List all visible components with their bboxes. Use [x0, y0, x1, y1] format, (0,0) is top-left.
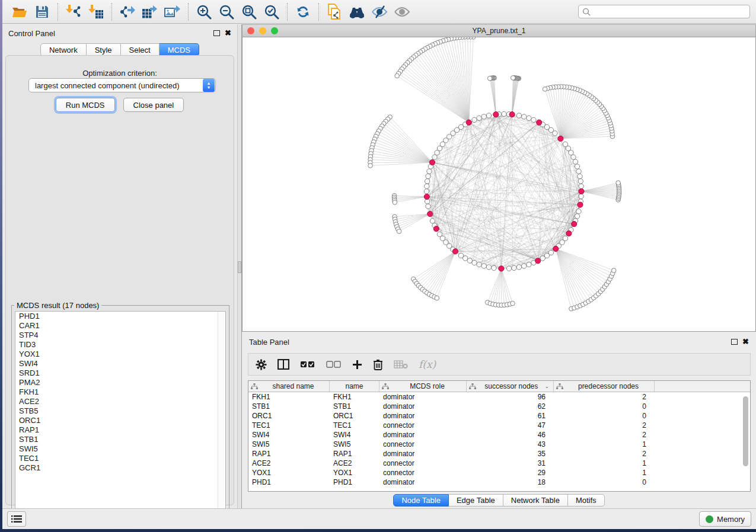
table-row[interactable]: FKH1FKH1dominator962: [248, 392, 750, 402]
run-mcds-button[interactable]: Run MCDS: [56, 98, 115, 112]
close-panel-button[interactable]: Close panel: [123, 98, 184, 112]
column-header-name[interactable]: name: [330, 381, 379, 392]
mcds-list-scrollbar[interactable]: [218, 312, 225, 519]
hide-details-icon[interactable]: [371, 3, 388, 21]
show-column-panel-icon[interactable]: [277, 359, 289, 370]
mcds-result-item[interactable]: PMA2: [15, 378, 225, 387]
cell-successor-nodes: 31: [467, 459, 554, 468]
node-table[interactable]: shared namenameMCDS rolesuccessor nodes⌄…: [248, 380, 751, 492]
table-row[interactable]: RAP1RAP1dominator352: [248, 449, 750, 459]
tab-edge-table[interactable]: Edge Table: [449, 494, 503, 507]
show-details-icon[interactable]: [393, 3, 411, 21]
mcds-result-item[interactable]: ACE2: [15, 397, 225, 406]
close-panel-icon[interactable]: ✖: [742, 339, 749, 345]
column-header-successor-nodes[interactable]: successor nodes⌄: [467, 381, 554, 392]
mcds-result-item[interactable]: CAR1: [15, 321, 225, 331]
select-all-columns-icon[interactable]: [300, 361, 315, 368]
mcds-result-item[interactable]: PHD1: [15, 312, 225, 321]
cell-name: RAP1: [330, 449, 379, 459]
mcds-result-item[interactable]: SWI5: [15, 444, 225, 454]
column-header-shared-name[interactable]: shared name: [248, 381, 330, 392]
cell-MCDS-role: dominator: [379, 411, 467, 421]
criterion-dropdown[interactable]: largest connected component (undirected)…: [28, 78, 216, 92]
mcds-result-item[interactable]: STB5: [15, 406, 225, 416]
search-input[interactable]: [591, 8, 746, 16]
float-panel-icon[interactable]: [213, 30, 220, 36]
table-settings-gear-icon[interactable]: [256, 359, 267, 370]
mcds-result-item[interactable]: TEC1: [15, 454, 225, 463]
column-header-MCDS-role[interactable]: MCDS role: [379, 381, 467, 392]
cell-name: FKH1: [330, 392, 379, 402]
column-header-predecessor-nodes[interactable]: predecessor nodes: [554, 381, 655, 392]
memory-button[interactable]: Memory: [699, 511, 751, 527]
toolbar-separator: [318, 3, 319, 21]
tab-mcds[interactable]: MCDS: [160, 43, 199, 56]
delete-table-icon: [394, 360, 408, 369]
export-network-icon[interactable]: [119, 3, 136, 21]
network-view-window: YPA_prune.txt_1: [242, 24, 756, 332]
zoom-out-icon[interactable]: [218, 3, 235, 21]
mcds-result-item[interactable]: RAP1: [15, 425, 225, 435]
table-header-row: shared namenameMCDS rolesuccessor nodes⌄…: [248, 381, 750, 392]
task-history-button[interactable]: [7, 511, 26, 527]
table-row[interactable]: PHD1PHD1dominator180: [248, 477, 750, 487]
save-session-icon[interactable]: [33, 3, 51, 21]
tab-network[interactable]: Network: [40, 43, 87, 56]
zoom-fit-icon[interactable]: [240, 3, 258, 21]
cell-successor-nodes: 96: [467, 392, 554, 402]
search-box[interactable]: [578, 5, 750, 18]
mcds-result-item[interactable]: TID3: [15, 340, 225, 350]
mcds-result-item[interactable]: FKH1: [15, 387, 225, 397]
mcds-result-item[interactable]: SRD1: [15, 368, 225, 378]
export-table-icon[interactable]: [141, 3, 159, 21]
panel-splitter[interactable]: [237, 24, 242, 508]
cell-name: PHD1: [330, 477, 379, 487]
import-network-icon[interactable]: [65, 3, 82, 21]
splitter-handle[interactable]: [238, 261, 241, 273]
refresh-icon[interactable]: [294, 3, 312, 21]
close-panel-icon[interactable]: ✖: [225, 30, 231, 36]
open-file-icon[interactable]: [11, 3, 28, 21]
float-panel-icon[interactable]: [731, 339, 738, 345]
export-image-icon[interactable]: [164, 3, 181, 21]
search-network-icon[interactable]: [348, 3, 366, 21]
tab-node-table[interactable]: Node Table: [393, 494, 449, 507]
table-row[interactable]: YOX1YOX1connector291: [248, 468, 750, 477]
toolbar-separator: [188, 3, 189, 21]
mcds-result-item[interactable]: SWI4: [15, 359, 225, 368]
zoom-selected-icon[interactable]: [263, 3, 280, 21]
mcds-result-item[interactable]: STP4: [15, 331, 225, 340]
table-row[interactable]: TEC1TEC1connector472: [248, 421, 750, 430]
cell-successor-nodes: 62: [467, 402, 554, 411]
zoom-in-icon[interactable]: [195, 3, 213, 21]
optimization-criterion-label: Optimization criterion:: [6, 69, 234, 78]
create-column-icon[interactable]: [352, 360, 362, 370]
network-window-titlebar[interactable]: YPA_prune.txt_1: [242, 24, 756, 37]
cell-predecessor-nodes: 1: [554, 468, 655, 477]
unselect-all-columns-icon[interactable]: [326, 361, 342, 368]
table-scrollbar-thumb[interactable]: [743, 396, 748, 466]
tab-network-table[interactable]: Network Table: [503, 494, 568, 507]
network-canvas[interactable]: [242, 37, 756, 332]
cell-MCDS-role: connector: [379, 421, 467, 430]
clone-network-icon[interactable]: [326, 3, 343, 21]
mcds-result-list[interactable]: PHD1CAR1STP4TID3YOX1SWI4SRD1PMA2FKH1ACE2…: [15, 311, 226, 520]
cell-successor-nodes: 43: [467, 440, 554, 449]
delete-column-icon[interactable]: [373, 359, 383, 370]
table-row[interactable]: ORC1ORC1dominator610: [248, 411, 750, 421]
mcds-result-item[interactable]: GCR1: [15, 463, 225, 473]
table-row[interactable]: SWI5SWI5connector431: [248, 440, 750, 449]
table-row[interactable]: STB1STB1dominator620: [248, 402, 750, 411]
tab-select[interactable]: Select: [121, 43, 160, 56]
mcds-result-item[interactable]: YOX1: [15, 350, 225, 359]
mcds-result-item[interactable]: STB1: [15, 435, 225, 444]
tab-motifs[interactable]: Motifs: [568, 494, 605, 507]
import-table-icon[interactable]: [87, 3, 105, 21]
cell-MCDS-role: dominator: [379, 430, 467, 440]
cell-MCDS-role: connector: [379, 468, 467, 477]
mcds-result-item[interactable]: ORC1: [15, 416, 225, 425]
table-row[interactable]: SWI4SWI4dominator462: [248, 430, 750, 440]
cell-successor-nodes: 47: [467, 421, 554, 430]
tab-style[interactable]: Style: [87, 43, 121, 56]
table-row[interactable]: ACE2ACE2connector311: [248, 459, 750, 468]
